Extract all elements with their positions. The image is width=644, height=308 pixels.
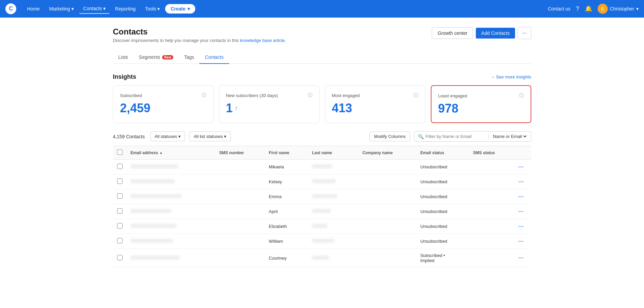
all-statuses-filter[interactable]: All statuses ▾ [150,132,185,141]
table-row: ElizabethUnsubscribed··· [113,219,531,234]
row-checkbox-cell[interactable] [113,249,127,267]
row-actions-button[interactable]: ··· [518,209,524,214]
sms-cell [215,160,265,174]
create-button[interactable]: Create ▾ [165,4,195,14]
insight-card-new-subscribers: New subscribers (30 days) ⓘ 1 ↑ [219,85,319,123]
th-email[interactable]: Email address ▲ [127,146,215,160]
row-checkbox-cell[interactable] [113,219,127,234]
email-cell[interactable] [127,204,215,219]
sms-status-cell [469,234,514,249]
company-cell [358,234,416,249]
nav-tools[interactable]: Tools ▾ [141,4,164,14]
email-cell[interactable] [127,219,215,234]
app-logo[interactable]: C [5,3,16,14]
row-actions-cell[interactable]: ··· [514,189,531,204]
email-cell[interactable] [127,249,215,267]
row-checkbox-cell[interactable] [113,234,127,249]
help-icon[interactable]: ? [576,5,579,13]
info-icon-subscribed[interactable]: ⓘ [202,92,206,98]
nav-home[interactable]: Home [23,4,44,14]
row-checkbox-cell[interactable] [113,189,127,204]
email-status-cell: Unsubscribed [416,160,469,174]
th-actions [514,146,531,160]
table-row: AprilUnsubscribed··· [113,204,531,219]
tab-contacts[interactable]: Contacts [199,51,229,64]
growth-center-button[interactable]: Growth center [432,27,473,39]
row-checkbox[interactable] [117,193,123,199]
row-checkbox[interactable] [117,223,123,229]
sort-icon: ▲ [159,151,163,155]
row-actions-cell[interactable]: ··· [514,249,531,267]
first-name-cell[interactable]: Elizabeth [265,219,308,234]
row-checkbox[interactable] [117,208,123,214]
row-actions-button[interactable]: ··· [518,179,524,185]
nav-items: Home Marketing ▾ Contacts ▾ Reporting To… [23,4,548,14]
email-status-cell: Unsubscribed [416,174,469,189]
row-checkbox-cell[interactable] [113,204,127,219]
info-icon-new-subscribers[interactable]: ⓘ [308,92,312,98]
table-row: EmmaUnsubscribed··· [113,189,531,204]
trend-up-icon: ↑ [235,105,238,112]
tab-segments[interactable]: Segments New [133,51,179,64]
add-contacts-button[interactable]: Add Contacts [476,28,515,39]
page-header: Contacts Discover improvements to help y… [113,27,531,43]
row-checkbox[interactable] [117,164,123,169]
row-checkbox[interactable] [117,238,123,243]
email-cell[interactable] [127,174,215,189]
email-cell[interactable] [127,189,215,204]
email-status-cell: Unsubscribed [416,234,469,249]
select-all-checkbox[interactable] [117,149,123,155]
row-actions-cell[interactable]: ··· [514,174,531,189]
row-actions-button[interactable]: ··· [518,194,524,199]
all-list-statuses-filter[interactable]: All list statuses ▾ [189,132,231,141]
table-controls: 4,159 Contacts All statuses ▾ All list s… [113,131,531,142]
navbar: C Home Marketing ▾ Contacts ▾ Reporting … [0,0,644,18]
tab-lists[interactable]: Lists [113,51,134,64]
company-cell [358,219,416,234]
row-checkbox-cell[interactable] [113,160,127,174]
user-menu[interactable]: C Christopher ▾ [598,4,639,14]
page-subtitle: Discover improvements to help you manage… [113,38,286,43]
search-filter-select[interactable]: Name or Email [489,134,528,139]
knowledge-base-link[interactable]: knowledge base article. [240,38,286,43]
row-actions-button[interactable]: ··· [518,164,524,170]
header-actions: Growth center Add Contacts ··· [432,27,531,39]
modify-columns-button[interactable]: Modify Columns [370,132,410,141]
arrow-right-icon: → [490,74,494,79]
notifications-icon[interactable]: 🔔 [585,5,592,13]
see-more-insights-link[interactable]: → See more insights [490,74,531,79]
row-checkbox[interactable] [117,179,123,184]
row-checkbox-cell[interactable] [113,174,127,189]
info-icon-least-engaged[interactable]: ⓘ [519,93,524,99]
email-cell[interactable] [127,160,215,174]
first-name-cell[interactable]: Kelsey [265,174,308,189]
row-actions-cell[interactable]: ··· [514,234,531,249]
chevron-down-icon: ▾ [103,6,106,11]
row-actions-cell[interactable]: ··· [514,219,531,234]
row-actions-button[interactable]: ··· [518,238,524,244]
first-name-cell[interactable]: William [265,234,308,249]
first-name-cell[interactable]: Mikaela [265,160,308,174]
last-name-cell [308,219,358,234]
row-checkbox[interactable] [117,255,123,260]
info-icon-most-engaged[interactable]: ⓘ [414,92,418,98]
search-input[interactable] [426,134,487,139]
row-actions-cell[interactable]: ··· [514,160,531,174]
more-options-button[interactable]: ··· [518,27,531,39]
chevron-down-icon: ▾ [178,134,181,139]
contact-us-link[interactable]: Contact us [548,6,571,11]
nav-reporting[interactable]: Reporting [111,4,140,14]
insights-header: Insights → See more insights [113,73,531,80]
first-name-cell[interactable]: Courtney [265,249,308,267]
email-cell[interactable] [127,234,215,249]
first-name-cell[interactable]: April [265,204,308,219]
tab-tags[interactable]: Tags [179,51,200,64]
last-name-cell [308,174,358,189]
nav-contacts[interactable]: Contacts ▾ [79,4,110,14]
row-actions-button[interactable]: ··· [518,255,524,261]
row-actions-cell[interactable]: ··· [514,204,531,219]
nav-marketing[interactable]: Marketing ▾ [45,4,77,14]
first-name-cell[interactable]: Emma [265,189,308,204]
search-container: 🔍 Name or Email [414,131,531,142]
row-actions-button[interactable]: ··· [518,223,524,229]
